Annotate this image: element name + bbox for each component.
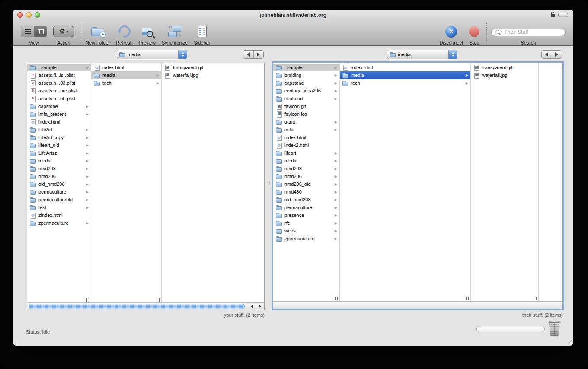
file-row[interactable]: favicon.gif <box>273 102 339 110</box>
file-row[interactable]: media▶ <box>273 157 339 165</box>
file-row[interactable]: waterfall.jpg <box>471 71 538 79</box>
forward-button-right[interactable] <box>552 51 562 58</box>
disclosure-arrow-icon: ▶ <box>466 73 468 77</box>
file-row[interactable]: contagi...idea206▶ <box>273 87 339 95</box>
view-segmented-control[interactable] <box>21 26 47 37</box>
file-name: assets.h...et-.plist <box>38 96 89 101</box>
stop-button[interactable]: Stop <box>469 24 479 45</box>
file-row[interactable]: braiding▶ <box>273 71 339 79</box>
back-button-left[interactable] <box>243 51 253 58</box>
path-popup-left[interactable]: media <box>117 50 187 59</box>
file-name: zindex.html <box>38 213 89 218</box>
file-row[interactable]: waterfall.jpg <box>162 71 264 79</box>
browser-column[interactable] <box>539 63 562 302</box>
horizontal-scrollbar[interactable] <box>273 301 562 309</box>
refresh-button[interactable]: Refresh <box>116 24 133 45</box>
scroll-right-button[interactable] <box>256 303 263 310</box>
file-row[interactable]: index.html <box>340 64 470 71</box>
browser-column[interactable]: index.htmlmedia▶tech▶ <box>340 63 471 302</box>
browser-column[interactable]: transparent.gifwaterfall.jpg <box>471 63 539 302</box>
file-row[interactable]: capstone▶ <box>27 102 91 110</box>
file-row[interactable]: permaculture▶ <box>27 188 91 196</box>
browser-column[interactable]: _sample▶assets.fi...is-.plistassets.h...… <box>27 63 91 303</box>
trash-icon[interactable] <box>547 320 561 337</box>
forward-button-left[interactable] <box>253 51 264 58</box>
search-field[interactable]: ▾ <box>491 28 566 36</box>
panel-splitter[interactable] <box>265 63 272 309</box>
splitter-dimple-icon <box>267 182 270 185</box>
file-row[interactable]: assets.h...ure.plist <box>27 87 91 95</box>
toolbar-toggle-button[interactable] <box>558 13 568 17</box>
file-row[interactable]: gantt▶ <box>273 118 339 126</box>
file-row[interactable]: nmd206▶ <box>27 172 91 180</box>
file-row[interactable]: assets.h...et-.plist <box>27 95 91 102</box>
file-row[interactable]: media▶ <box>340 71 470 79</box>
path-popup-right[interactable]: media <box>387 50 457 59</box>
file-name: nmd206_old <box>284 181 333 187</box>
disclosure-arrow-icon: ▶ <box>335 175 337 178</box>
file-row[interactable]: rfc▶ <box>273 219 339 227</box>
browser-column[interactable]: transparent.gifwaterfall.jpg <box>162 63 264 303</box>
sidebar-button[interactable]: Sidebar <box>194 24 210 45</box>
file-row[interactable]: transparent.gif <box>162 64 264 71</box>
file-row[interactable]: imfa▶ <box>273 126 339 134</box>
file-row[interactable]: favicon.ico <box>273 110 339 118</box>
browser-column[interactable]: _sample▶braiding▶capstone▶contagi...idea… <box>273 63 340 302</box>
browser-column[interactable]: index.htmlmedia▶tech▶ <box>91 63 162 303</box>
file-row[interactable]: zpermaculture▶ <box>27 219 91 227</box>
file-row[interactable]: tech▶ <box>340 79 470 87</box>
scrollbar-thumb[interactable] <box>29 304 245 309</box>
file-row[interactable]: lifeart▶ <box>273 149 339 157</box>
horizontal-scrollbar[interactable] <box>27 302 264 310</box>
file-row[interactable]: tech▶ <box>91 79 161 87</box>
file-row[interactable]: capstone▶ <box>273 79 339 87</box>
file-row[interactable]: old_nmd206▶ <box>27 180 91 188</box>
file-row[interactable]: presence▶ <box>273 211 339 219</box>
back-button-right[interactable] <box>542 51 552 58</box>
popup-stepper-icon <box>178 50 187 59</box>
action-button[interactable]: ⚙ ▾ <box>53 26 74 37</box>
file-row[interactable]: LifeArtzz▶ <box>27 149 91 157</box>
file-row[interactable]: media▶ <box>27 157 91 165</box>
file-row[interactable]: nmd206▶ <box>273 172 339 180</box>
file-row[interactable]: LifeArt copy▶ <box>27 134 91 141</box>
file-row[interactable]: permaculture▶ <box>273 204 339 211</box>
file-row[interactable]: imfa_present▶ <box>27 110 91 118</box>
file-row[interactable]: test▶ <box>27 204 91 211</box>
file-row[interactable]: zindex.html <box>27 211 91 219</box>
search-input[interactable] <box>504 29 562 35</box>
file-row[interactable]: nmd203▶ <box>27 165 91 172</box>
preview-button[interactable]: Preview <box>139 24 156 45</box>
title-bar[interactable]: jolineblais.stillwaterlab.org <box>13 10 573 20</box>
file-row[interactable]: index.html <box>273 134 339 141</box>
list-view-button[interactable] <box>21 26 34 37</box>
file-row[interactable]: LifeArt▶ <box>27 126 91 134</box>
file-row[interactable]: ecohood▶ <box>273 95 339 102</box>
resize-grip[interactable] <box>566 338 572 344</box>
file-row[interactable]: _sample▶ <box>27 64 91 71</box>
file-row[interactable]: assets.h...03.plist <box>27 79 91 87</box>
file-row[interactable]: index.html <box>91 64 161 71</box>
file-row[interactable]: assets.fi...is-.plist <box>27 71 91 79</box>
file-row[interactable]: permacultureold▶ <box>27 196 91 204</box>
file-row[interactable]: media▶ <box>91 71 161 79</box>
synchronize-button[interactable]: ↶↷ Synchronize <box>162 24 188 45</box>
file-row[interactable]: _sample▶ <box>273 64 339 71</box>
file-row[interactable]: nmd203▶ <box>273 165 339 172</box>
file-name: old_nmd206 <box>38 181 84 187</box>
file-row[interactable]: zpermaculture▶ <box>273 235 339 242</box>
file-row[interactable]: transparent.gif <box>471 64 538 71</box>
file-row[interactable]: nmd430▶ <box>273 188 339 196</box>
file-row[interactable]: index2.html <box>273 141 339 149</box>
file-row[interactable]: webs▶ <box>273 227 339 235</box>
new-folder-button[interactable]: + New Folder <box>86 24 110 45</box>
file-row[interactable]: lifeart_old▶ <box>27 141 91 149</box>
status-text: Status: Idle <box>26 329 50 334</box>
file-row[interactable]: nmd206_old▶ <box>273 180 339 188</box>
column-view-button[interactable] <box>34 26 47 37</box>
file-row[interactable]: index.html <box>27 118 91 126</box>
folder-icon <box>276 228 282 234</box>
file-row[interactable]: old_nmd203▶ <box>273 196 339 204</box>
scroll-left-button[interactable] <box>248 303 256 310</box>
disconnect-button[interactable]: × Disconnect <box>440 24 463 45</box>
